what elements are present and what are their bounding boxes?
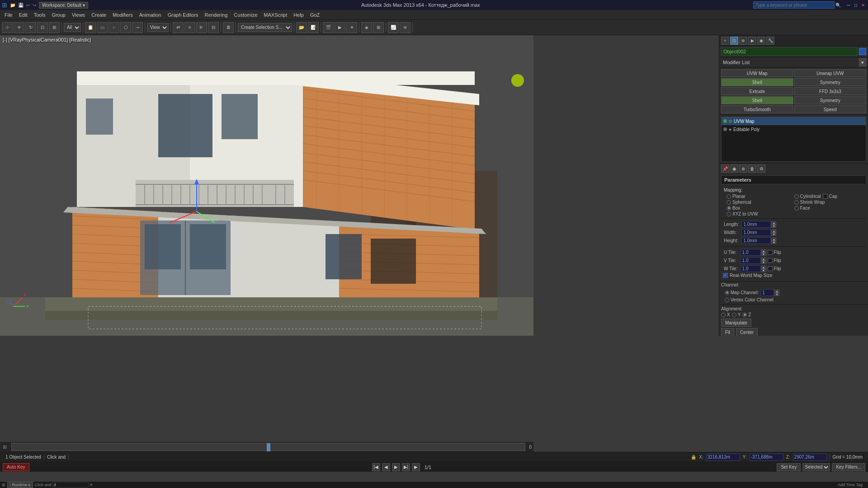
schematic[interactable]: ⊞ [373, 22, 384, 33]
key-filters-button[interactable]: Key Filters... [832, 463, 865, 471]
menu-animation[interactable]: Animation [137, 11, 164, 19]
x-coord-input[interactable] [706, 454, 740, 461]
utile-down-btn[interactable]: ▼ [761, 253, 766, 256]
spherical-radio[interactable]: Spherical [726, 200, 793, 205]
configure-btn[interactable]: ⚙ [757, 164, 765, 173]
modifier-list-dropdown[interactable]: ▾ [859, 58, 866, 66]
auto-key-button[interactable]: Auto Key [3, 463, 29, 471]
curve-editor[interactable]: 📈 [388, 22, 399, 33]
cylindrical-radio[interactable]: Cylindrical [794, 194, 821, 199]
select-tool[interactable]: ⊹ [2, 22, 13, 33]
utile-up-btn[interactable]: ▲ [761, 249, 766, 253]
quick-align[interactable]: ⊟ [208, 22, 219, 33]
selected-dropdown[interactable]: Selected [802, 463, 830, 471]
render-setup[interactable]: 🎬 [323, 22, 334, 33]
align-y-radio[interactable]: Y [732, 312, 741, 317]
add-time-tag-btn[interactable]: Add Time Tag [834, 483, 866, 487]
stack-item-uvwmap[interactable]: ⊡ UVW Map [722, 117, 866, 125]
map-channel-radio[interactable]: Map Channel: [725, 290, 759, 295]
anim-next-frame[interactable]: ▶| [402, 463, 410, 471]
anim-prev-frame[interactable]: ◀ [382, 463, 390, 471]
shell-btn-1[interactable]: Shell [721, 78, 793, 86]
menu-views[interactable]: Views [69, 11, 88, 19]
mirror-tool[interactable]: ⇌ [173, 22, 184, 33]
symmetry-btn-2[interactable]: Symmetry [794, 96, 867, 104]
vtile-up-btn[interactable]: ▲ [761, 258, 766, 261]
realworld-checkbox[interactable]: ✓ [723, 273, 728, 278]
script-close[interactable]: ✕ [90, 483, 93, 487]
menu-group[interactable]: Group [49, 11, 68, 19]
box-radio[interactable]: Box [726, 206, 793, 211]
map-channel-down[interactable]: ▼ [774, 293, 779, 296]
menu-rendering[interactable]: Rendering [202, 11, 231, 19]
display-tab[interactable]: ◉ [757, 37, 765, 45]
wtile-down-btn[interactable]: ▼ [761, 269, 766, 272]
length-up-btn[interactable]: ▲ [771, 221, 776, 225]
maximize-button[interactable]: □ [853, 2, 859, 8]
stack-item-editpoly[interactable]: ◈ Editable Poly [722, 125, 866, 133]
map-channel-input[interactable] [760, 289, 774, 296]
pin-stack-btn[interactable]: 📌 [721, 164, 729, 173]
wtile-input[interactable] [741, 265, 761, 272]
flip-w-checkbox[interactable] [768, 266, 773, 271]
z-coord-input[interactable] [793, 454, 827, 461]
ref-tool[interactable]: ⊞ [49, 22, 60, 33]
selection-filter[interactable]: All [64, 23, 81, 32]
menu-file[interactable]: File [2, 11, 15, 19]
search-input[interactable] [753, 1, 835, 9]
circle-select[interactable]: ○ [108, 22, 119, 33]
menu-maxscript[interactable]: MAXScript [261, 11, 290, 19]
quick-render[interactable]: ▶ [335, 22, 345, 33]
anim-play[interactable]: ▶ [392, 463, 400, 471]
map-channel-up[interactable]: ▲ [774, 290, 779, 293]
turbosmooth-btn[interactable]: TurboSmooth [721, 105, 793, 113]
unwrap-uvw-btn[interactable]: Unwrap UVW [794, 69, 867, 77]
modify-tab[interactable]: ⊡ [730, 37, 738, 45]
shell-btn-2[interactable]: Shell [721, 96, 793, 104]
selection-set[interactable]: Create Selection S... [238, 23, 292, 32]
height-down-btn[interactable]: ▼ [771, 241, 776, 244]
minimize-button[interactable]: ─ [845, 2, 852, 8]
width-input[interactable] [741, 229, 771, 236]
object-name-input[interactable] [721, 47, 857, 56]
length-input[interactable] [741, 221, 771, 228]
select-by-name[interactable]: 📋 [85, 22, 96, 33]
length-down-btn[interactable]: ▼ [771, 225, 776, 228]
center-button[interactable]: Center [736, 328, 758, 336]
fence-select[interactable]: ⬡ [120, 22, 131, 33]
spacing-tool[interactable]: ⫸ [196, 22, 207, 33]
flip-u-checkbox[interactable] [768, 250, 773, 255]
height-input[interactable] [741, 237, 771, 244]
anim-next-key[interactable]: ▶ [412, 463, 420, 471]
menu-modifiers[interactable]: Modifiers [110, 11, 136, 19]
menu-help[interactable]: Help [291, 11, 307, 19]
ffd-btn[interactable]: FFD 3x3x3 [794, 87, 867, 95]
timeline-slider[interactable] [11, 443, 525, 451]
building-scene[interactable]: X Y Z [0, 35, 533, 336]
lasso-select[interactable]: ⊸ [132, 22, 143, 33]
view-dropdown[interactable]: View [147, 23, 169, 32]
scale-tool[interactable]: ⊡ [37, 22, 48, 33]
menu-edit[interactable]: Edit [16, 11, 30, 19]
close-button[interactable]: ✕ [860, 2, 866, 8]
hierarchy-tab[interactable]: ⊕ [739, 37, 747, 45]
menu-goz[interactable]: GoZ [307, 11, 322, 19]
rect-select[interactable]: ▭ [97, 22, 108, 33]
remove-mod-btn[interactable]: 🗑 [748, 164, 756, 173]
symmetry-btn-1[interactable]: Symmetry [794, 78, 867, 86]
menu-graph-editors[interactable]: Graph Editors [165, 11, 201, 19]
rotate-tool[interactable]: ↻ [25, 22, 36, 33]
edit-named-sets[interactable]: 📝 [308, 22, 319, 33]
y-coord-input[interactable] [750, 454, 783, 461]
manipulate-button[interactable]: Manipulate [721, 319, 751, 327]
speed-btn[interactable]: Speed [794, 105, 867, 113]
xyztouwv-radio[interactable]: XYZ to UVW [726, 211, 861, 216]
layer-mgr[interactable]: ≣ [223, 22, 234, 33]
flip-v-checkbox[interactable] [768, 258, 773, 263]
motion-tab[interactable]: ▶ [748, 37, 756, 45]
object-color-button[interactable] [859, 48, 866, 55]
menu-customize[interactable]: Customize [231, 11, 260, 19]
set-key-button[interactable]: Set Key [777, 463, 801, 471]
vtile-input[interactable] [741, 257, 761, 264]
shrinkwrap-radio[interactable]: Shrink Wrap [794, 200, 861, 205]
